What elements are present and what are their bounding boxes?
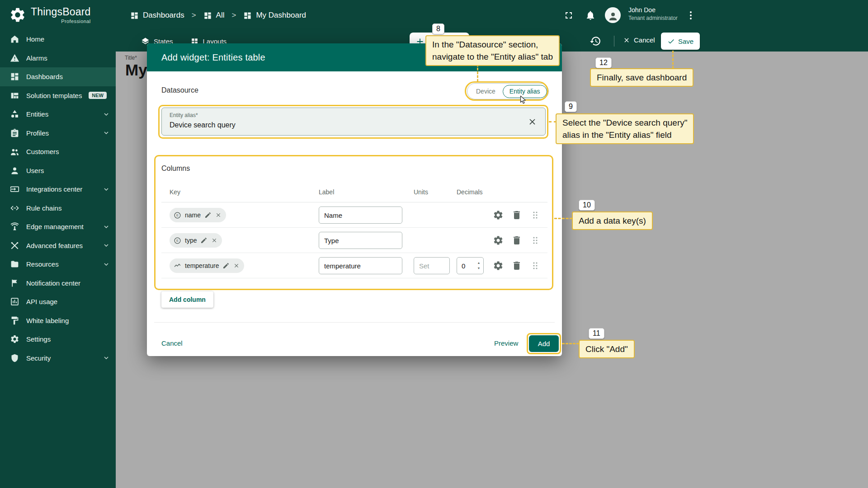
entity-alias-field-value: Device search query bbox=[170, 121, 236, 129]
header-units: Units bbox=[414, 188, 428, 196]
sidebar-item-white-labeling[interactable]: White labeling bbox=[0, 311, 116, 330]
spinner-down-icon[interactable]: ▼ bbox=[476, 266, 481, 270]
chevron-down-icon bbox=[102, 241, 110, 249]
column-delete-button[interactable] bbox=[511, 210, 522, 221]
column-drag-handle[interactable] bbox=[530, 210, 541, 221]
edit-key-icon[interactable] bbox=[222, 262, 230, 269]
profiles-icon bbox=[10, 128, 19, 138]
data-key-label: type bbox=[185, 237, 197, 244]
remove-key-icon[interactable] bbox=[233, 263, 240, 269]
chevron-down-icon bbox=[102, 260, 110, 268]
edit-key-icon[interactable] bbox=[200, 237, 208, 244]
column-delete-button[interactable] bbox=[511, 260, 522, 271]
breadcrumb: Dashboards>All>My Dashboard bbox=[130, 0, 306, 31]
column-settings-button[interactable] bbox=[493, 210, 504, 221]
dashboards-icon bbox=[130, 11, 139, 20]
dialog-preview-button[interactable]: Preview bbox=[494, 339, 518, 347]
user-name: John Doe bbox=[628, 6, 678, 14]
avatar[interactable] bbox=[605, 7, 621, 23]
sidebar-item-dashboards[interactable]: Dashboards bbox=[0, 67, 116, 86]
tab-entity-alias[interactable]: Entity alias bbox=[503, 85, 547, 98]
dialog-add-button[interactable]: Add bbox=[529, 335, 559, 352]
dashboard-title-input[interactable]: My bbox=[125, 61, 147, 79]
breadcrumb-label: Dashboards bbox=[143, 11, 184, 20]
close-icon bbox=[623, 37, 630, 44]
tab-device[interactable]: Device bbox=[469, 88, 503, 95]
remove-key-icon[interactable] bbox=[215, 212, 222, 218]
column-drag-handle[interactable] bbox=[530, 260, 541, 271]
sidebar-item-advanced-features[interactable]: Advanced features bbox=[0, 236, 116, 255]
breadcrumb-separator: > bbox=[232, 11, 236, 20]
sidebar-item-security[interactable]: Security bbox=[0, 349, 116, 368]
warning-icon bbox=[10, 53, 19, 63]
edit-cancel-button[interactable]: Cancel bbox=[623, 36, 655, 44]
sidebar-item-profiles[interactable]: Profiles bbox=[0, 124, 116, 143]
breadcrumb-item-dashboards[interactable]: Dashboards bbox=[130, 11, 184, 20]
sidebar-item-settings[interactable]: Settings bbox=[0, 330, 116, 349]
toolbar-divider bbox=[614, 36, 614, 47]
breadcrumb-item-all[interactable]: All bbox=[203, 11, 225, 20]
history-icon[interactable] bbox=[590, 35, 601, 47]
person-icon bbox=[608, 11, 618, 22]
sidebar-item-users[interactable]: Users bbox=[0, 161, 116, 180]
sidebar-item-label: Advanced features bbox=[26, 242, 102, 249]
fullscreen-icon[interactable] bbox=[563, 10, 574, 21]
annotation-step-badge: 9 bbox=[565, 101, 577, 112]
new-badge: NEW bbox=[89, 92, 107, 99]
sidebar-item-entities[interactable]: Entities bbox=[0, 105, 116, 124]
user-menu-icon[interactable] bbox=[685, 10, 696, 21]
logo-title: ThingsBoard bbox=[31, 6, 91, 18]
columns-table: Key Label Units Decimals EnameEtypetempe… bbox=[161, 183, 547, 278]
sidebar-item-edge-management[interactable]: Edge management bbox=[0, 217, 116, 236]
sidebar-item-solution-templates[interactable]: Solution templatesNEW bbox=[0, 86, 116, 105]
notifications-bell-icon[interactable] bbox=[585, 10, 596, 21]
save-dashboard-button[interactable]: Save bbox=[661, 33, 700, 50]
dialog-divider bbox=[154, 322, 555, 323]
sidebar-item-integrations-center[interactable]: Integrations center bbox=[0, 180, 116, 199]
remove-key-icon[interactable] bbox=[211, 237, 217, 244]
columns-table-body: EnameEtypetemperature▲▼ bbox=[161, 202, 547, 278]
column-label-input[interactable] bbox=[319, 206, 402, 224]
sidebar-item-home[interactable]: Home bbox=[0, 30, 116, 49]
column-units-input[interactable] bbox=[414, 257, 450, 274]
data-key-chip[interactable]: Etype bbox=[170, 233, 222, 248]
breadcrumb-item-my-dashboard[interactable]: My Dashboard bbox=[243, 11, 306, 20]
column-delete-button[interactable] bbox=[511, 235, 522, 246]
annotation-callout: Select the "Device search query" alias i… bbox=[556, 113, 694, 144]
integrations-icon bbox=[10, 184, 19, 194]
sidebar-item-notification-center[interactable]: Notification center bbox=[0, 274, 116, 293]
annotation-connector bbox=[562, 343, 579, 344]
home-icon bbox=[10, 34, 19, 44]
logo[interactable]: ThingsBoard Professional bbox=[0, 0, 116, 30]
annotation-connector bbox=[672, 51, 674, 69]
datasource-section-label: Datasource bbox=[161, 86, 198, 94]
data-key-chip[interactable]: temperature bbox=[170, 258, 244, 273]
column-decimals-input[interactable] bbox=[457, 257, 484, 274]
sidebar-item-label: Notification center bbox=[26, 279, 110, 287]
add-column-button[interactable]: Add column bbox=[161, 291, 213, 308]
column-label-input[interactable] bbox=[319, 257, 402, 274]
svg-text:E: E bbox=[176, 239, 179, 243]
datasource-type-toggle: Device Entity alias bbox=[467, 83, 549, 99]
clear-alias-icon[interactable] bbox=[528, 117, 537, 127]
header-key: Key bbox=[170, 188, 180, 196]
sidebar-item-rule-chains[interactable]: Rule chains bbox=[0, 199, 116, 218]
spinner-up-icon[interactable]: ▲ bbox=[476, 261, 481, 265]
sidebar-item-customers[interactable]: Customers bbox=[0, 142, 116, 161]
sidebar: ThingsBoard Professional HomeAlarmsDashb… bbox=[0, 0, 116, 488]
entity-alias-field[interactable]: Entity alias* Device search query bbox=[161, 108, 546, 136]
edit-key-icon[interactable] bbox=[204, 211, 212, 219]
column-row: temperature▲▼ bbox=[161, 253, 547, 278]
column-label-input[interactable] bbox=[319, 232, 402, 249]
column-settings-button[interactable] bbox=[493, 235, 504, 246]
data-key-chip[interactable]: Ename bbox=[170, 208, 226, 222]
sidebar-item-api-usage[interactable]: API usage bbox=[0, 292, 116, 311]
sidebar-item-resources[interactable]: Resources bbox=[0, 255, 116, 274]
breadcrumb-label: My Dashboard bbox=[256, 11, 306, 20]
sidebar-item-label: Integrations center bbox=[26, 185, 102, 193]
sidebar-item-alarms[interactable]: Alarms bbox=[0, 49, 116, 68]
dialog-cancel-button[interactable]: Cancel bbox=[161, 339, 183, 347]
column-drag-handle[interactable] bbox=[530, 235, 541, 246]
column-settings-button[interactable] bbox=[493, 260, 504, 271]
api-usage-icon bbox=[10, 297, 19, 306]
